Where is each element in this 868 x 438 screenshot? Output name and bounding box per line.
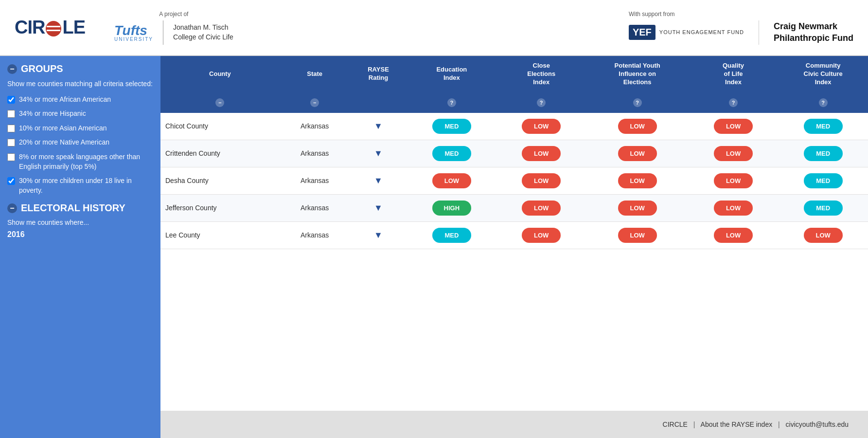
close-elections-info-icon[interactable]: ? — [537, 98, 546, 107]
education-badge: LOW — [432, 173, 471, 188]
checkbox-item-cb6: 30% or more children under 18 live in po… — [7, 176, 153, 195]
checkbox-item-cb5: 8% or more speak languages other than En… — [7, 152, 153, 171]
education-badge: HIGH — [432, 201, 471, 216]
county-filter-icon[interactable]: − — [215, 98, 224, 107]
table-body: Chicot County Arkansas ▼ MED LOW LOW LOW… — [160, 113, 868, 249]
circle-footer-link[interactable]: CIRCLE — [663, 420, 688, 428]
cell-close-elections: LOW — [496, 167, 586, 194]
rayse-arrow-icon: ▼ — [374, 230, 383, 240]
col-potential-youth: Potential YouthInfluence onElections — [586, 56, 688, 92]
cell-civic-culture: LOW — [778, 221, 868, 249]
cell-civic-culture: MED — [778, 113, 868, 140]
cell-education: MED — [407, 140, 496, 167]
close-elections-badge: LOW — [522, 173, 561, 188]
checkbox-label-cb6[interactable]: 30% or more children under 18 live in po… — [19, 176, 153, 195]
education-badge: MED — [432, 228, 471, 243]
cell-civic-culture: MED — [778, 140, 868, 167]
education-info-icon[interactable]: ? — [447, 98, 456, 107]
cell-potential-youth: LOW — [586, 140, 688, 167]
potential-youth-info-icon[interactable]: ? — [633, 98, 642, 107]
quality-of-life-info-icon[interactable]: ? — [729, 98, 738, 107]
cell-civic-culture: MED — [778, 167, 868, 194]
state-filter-icon[interactable]: − — [310, 98, 319, 107]
table-header-row: County State RAYSERating EducationIndex … — [160, 56, 868, 92]
craig-newmark-text: Craig Newmark Philanthropic Fund — [774, 21, 853, 44]
col-rayse: RAYSERating — [350, 56, 407, 92]
quality-of-life-badge: LOW — [714, 201, 753, 216]
rayse-index-link[interactable]: About the RAYSE index — [701, 420, 773, 428]
support-label: With support from — [629, 11, 675, 18]
groups-section-title: − GROUPS — [7, 63, 153, 74]
main-content: County State RAYSERating EducationIndex … — [160, 56, 868, 438]
checkbox-cb2[interactable] — [7, 110, 15, 118]
cell-rayse: ▼ — [350, 194, 407, 221]
rayse-arrow-icon: ▼ — [374, 176, 383, 185]
cell-education: LOW — [407, 167, 496, 194]
footer-divider-1: | — [693, 420, 695, 428]
col-education: EducationIndex — [407, 56, 496, 92]
electoral-year: 2016 — [7, 230, 153, 239]
table-icon-row: − − ? ? ? ? ? — [160, 92, 868, 113]
table-row: Jefferson County Arkansas ▼ HIGH LOW LOW… — [160, 194, 868, 221]
support-section: With support from YEF YOUTH ENGAGEMENT F… — [629, 11, 853, 45]
yef-abbr: YEF — [629, 25, 655, 40]
project-of-label: A project of — [159, 11, 188, 18]
checkbox-label-cb3[interactable]: 10% or more Asian American — [19, 124, 107, 133]
checkbox-cb3[interactable] — [7, 125, 15, 132]
groups-description: Show me counties matching all criteria s… — [7, 79, 153, 89]
table-container: County State RAYSERating EducationIndex … — [160, 56, 868, 411]
checkbox-list: 34% or more African American34% or more … — [7, 95, 153, 196]
table-row: Crittenden County Arkansas ▼ MED LOW LOW… — [160, 140, 868, 167]
main-layout: − GROUPS Show me counties matching all c… — [0, 56, 868, 438]
checkbox-label-cb2[interactable]: 34% or more Hispanic — [19, 109, 86, 119]
cell-close-elections: LOW — [496, 194, 586, 221]
checkbox-cb1[interactable] — [7, 96, 15, 104]
quality-of-life-badge: LOW — [714, 228, 753, 243]
checkbox-label-cb5[interactable]: 8% or more speak languages other than En… — [19, 152, 153, 171]
civic-culture-badge: MED — [804, 201, 843, 216]
col-county: County — [160, 56, 280, 92]
checkbox-label-cb4[interactable]: 20% or more Native American — [19, 138, 109, 147]
results-table: County State RAYSERating EducationIndex … — [160, 56, 868, 249]
checkbox-cb6[interactable] — [7, 177, 15, 185]
col-state: State — [280, 56, 350, 92]
cell-rayse: ▼ — [350, 167, 407, 194]
potential-youth-badge: LOW — [618, 173, 657, 188]
civic-culture-info-icon[interactable]: ? — [819, 98, 828, 107]
logos-divider — [759, 20, 759, 45]
quality-of-life-badge: LOW — [714, 119, 753, 134]
electoral-description: Show me counties where... — [7, 219, 153, 226]
tufts-university-label: UNIVERSITY — [114, 36, 153, 42]
cell-rayse: ▼ — [350, 221, 407, 249]
cell-state: Arkansas — [280, 167, 350, 194]
groups-collapse-icon[interactable]: − — [7, 64, 17, 74]
yef-full-text: YOUTH ENGAGEMENT FUND — [659, 29, 744, 36]
col-civic-culture: CommunityCivic CultureIndex — [778, 56, 868, 92]
civic-culture-badge: MED — [804, 173, 843, 188]
checkbox-label-cb1[interactable]: 34% or more African American — [19, 95, 111, 105]
potential-youth-badge: LOW — [618, 146, 657, 161]
close-elections-badge: LOW — [522, 119, 561, 134]
checkbox-cb4[interactable] — [7, 139, 15, 146]
cell-county: Lee County — [160, 221, 280, 249]
page-footer: CIRCLE | About the RAYSE index | civicyo… — [160, 411, 868, 438]
close-elections-badge: LOW — [522, 228, 561, 243]
cell-close-elections: LOW — [496, 113, 586, 140]
cell-potential-youth: LOW — [586, 167, 688, 194]
electoral-collapse-icon[interactable]: − — [7, 203, 17, 213]
cell-potential-youth: LOW — [586, 221, 688, 249]
cell-education: HIGH — [407, 194, 496, 221]
cell-potential-youth: LOW — [586, 194, 688, 221]
email-link[interactable]: civicyouth@tufts.edu — [786, 420, 849, 428]
cell-rayse: ▼ — [350, 113, 407, 140]
potential-youth-badge: LOW — [618, 201, 657, 216]
cell-county: Chicot County — [160, 113, 280, 140]
civic-culture-badge: MED — [804, 119, 843, 134]
circle-logo: CIRLE — [15, 17, 85, 38]
checkbox-item-cb3: 10% or more Asian American — [7, 124, 153, 133]
project-of-section: A project of Tufts UNIVERSITY Jonathan M… — [114, 11, 233, 45]
civic-culture-badge: MED — [804, 146, 843, 161]
checkbox-cb5[interactable] — [7, 153, 15, 161]
site-header: CIRLE A project of Tufts UNIVERSITY Jona… — [0, 0, 868, 56]
col-quality-of-life: Qualityof LifeIndex — [689, 56, 778, 92]
